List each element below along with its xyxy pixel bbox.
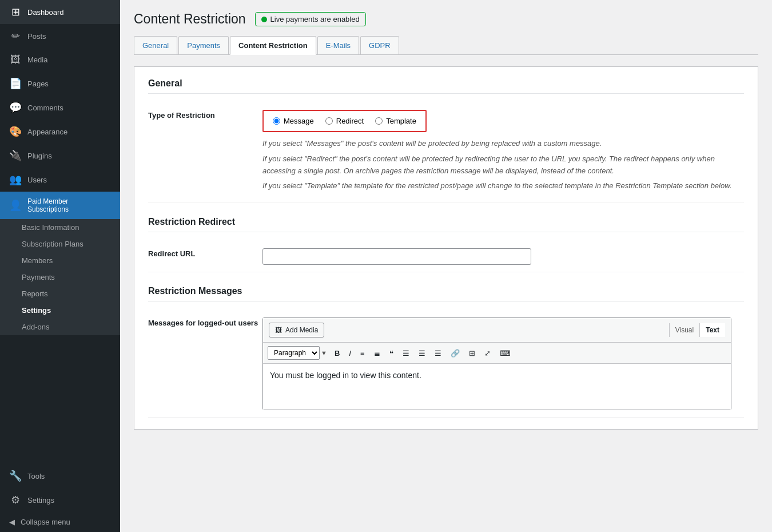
pages-icon: 📄	[9, 77, 22, 90]
restriction-messages-title: Restriction Messages	[148, 286, 744, 301]
type-of-restriction-row: Type of Restriction Message Redirect	[148, 103, 744, 203]
page-header: Content Restriction Live payments are en…	[134, 11, 758, 27]
type-restriction-control: Message Redirect Template If you select …	[262, 110, 744, 196]
sidebar-submenu: Basic Information Subscription Plans Mem…	[0, 219, 120, 335]
bullet-list-button[interactable]: ≡	[356, 347, 369, 360]
sidebar-item-members[interactable]: Members	[0, 252, 120, 269]
tab-emails[interactable]: E-Mails	[317, 36, 359, 54]
plugins-icon: 🔌	[9, 149, 22, 162]
radio-template[interactable]: Template	[375, 117, 416, 125]
link-button[interactable]: 🔗	[447, 347, 464, 360]
settings-tabs: General Payments Content Restriction E-M…	[134, 36, 758, 55]
editor-top-bar: 🖼 Add Media Visual Text	[263, 318, 731, 343]
keyboard-button[interactable]: ⌨	[496, 347, 515, 360]
table-button[interactable]: ⊞	[465, 347, 479, 360]
sidebar-item-plugins[interactable]: 🔌 Plugins	[0, 144, 120, 168]
page-title: Content Restriction	[134, 11, 246, 27]
sidebar-item-paid-member[interactable]: 👤 Paid Member Subscriptions	[0, 192, 120, 219]
tab-content-restriction[interactable]: Content Restriction	[230, 36, 316, 55]
sidebar-item-media[interactable]: 🖼 Media	[0, 48, 120, 72]
messages-logged-out-row: Messages for logged-out users 🖼 Add Medi…	[148, 311, 744, 418]
editor-view-tabs: Visual Text	[669, 323, 725, 337]
redirect-url-row: Redirect URL	[148, 241, 744, 272]
radio-message[interactable]: Message	[273, 117, 314, 125]
sidebar-item-users[interactable]: 👥 Users	[0, 168, 120, 192]
restriction-messages-section: Restriction Messages Messages for logged…	[148, 286, 744, 418]
appearance-icon: 🎨	[9, 125, 22, 138]
sidebar-item-appearance[interactable]: 🎨 Appearance	[0, 120, 120, 144]
fullscreen-button[interactable]: ⤢	[480, 347, 495, 360]
sidebar-item-tools[interactable]: 🔧 Tools	[0, 464, 120, 488]
sidebar-item-payments[interactable]: Payments	[0, 269, 120, 285]
sidebar-item-pages[interactable]: 📄 Pages	[0, 72, 120, 96]
tab-gdpr[interactable]: GDPR	[360, 36, 399, 54]
general-section-title: General	[148, 78, 744, 94]
messages-logged-out-label: Messages for logged-out users	[148, 317, 262, 327]
format-toolbar: Paragraph ▼ B I ≡ ≣ ❝ ☰ ☰ ☰ 🔗 ⊞	[263, 343, 731, 364]
dashboard-icon: ⊞	[9, 6, 22, 18]
live-dot	[261, 17, 267, 22]
redirect-url-control	[262, 248, 744, 265]
sidebar-item-dashboard[interactable]: ⊞ Dashboard	[0, 0, 120, 24]
sidebar-item-basic-info[interactable]: Basic Information	[0, 219, 120, 236]
media-icon: 🖼	[9, 54, 22, 66]
sidebar-item-addons[interactable]: Add-ons	[0, 319, 120, 335]
redirect-url-label: Redirect URL	[148, 248, 262, 258]
paragraph-select[interactable]: Paragraph	[268, 346, 320, 360]
users-icon: 👥	[9, 173, 22, 186]
add-media-icon: 🖼	[275, 326, 282, 334]
collapse-icon: ◀	[9, 518, 15, 526]
editor-container: 🖼 Add Media Visual Text	[262, 317, 731, 410]
add-media-button[interactable]: 🖼 Add Media	[269, 323, 324, 338]
radio-template-input[interactable]	[375, 117, 383, 125]
messages-editor-control: 🖼 Add Media Visual Text	[262, 317, 731, 410]
bold-button[interactable]: B	[331, 347, 344, 360]
visual-tab[interactable]: Visual	[669, 323, 699, 337]
radio-redirect-input[interactable]	[325, 117, 333, 125]
align-left-button[interactable]: ☰	[399, 347, 413, 360]
sidebar-item-posts[interactable]: ✏ Posts	[0, 24, 120, 48]
text-tab[interactable]: Text	[699, 323, 725, 337]
ordered-list-button[interactable]: ≣	[370, 347, 384, 360]
italic-button[interactable]: I	[345, 347, 355, 360]
posts-icon: ✏	[9, 30, 22, 42]
restriction-descriptions: If you select "Messages" the post's cont…	[262, 138, 744, 192]
paid-member-icon: 👤	[9, 199, 22, 212]
restriction-redirect-title: Restriction Redirect	[148, 217, 744, 232]
sidebar-item-reports[interactable]: Reports	[0, 285, 120, 302]
blockquote-button[interactable]: ❝	[385, 347, 397, 360]
live-payments-badge: Live payments are enabled	[255, 12, 366, 26]
tab-general[interactable]: General	[134, 36, 177, 54]
sidebar-item-settings[interactable]: Settings	[0, 302, 120, 319]
radio-message-input[interactable]	[273, 117, 280, 125]
tools-icon: 🔧	[9, 470, 22, 482]
editor-content-area[interactable]: You must be logged in to view this conte…	[263, 364, 731, 410]
settings-icon: ⚙	[9, 494, 22, 506]
sidebar-item-comments[interactable]: 💬 Comments	[0, 96, 120, 120]
restriction-redirect-section: Restriction Redirect Redirect URL	[148, 217, 744, 272]
general-section: General Type of Restriction Message Redi…	[148, 78, 744, 203]
align-right-button[interactable]: ☰	[431, 347, 445, 360]
redirect-url-input[interactable]	[262, 248, 531, 265]
sidebar: ⊞ Dashboard ✏ Posts 🖼 Media 📄 Pages 💬 Co…	[0, 0, 120, 532]
radio-redirect[interactable]: Redirect	[325, 117, 364, 125]
content-card: General Type of Restriction Message Redi…	[134, 66, 758, 430]
type-restriction-label: Type of Restriction	[148, 110, 262, 120]
chevron-down-icon: ▼	[321, 350, 327, 356]
comments-icon: 💬	[9, 101, 22, 114]
tab-payments[interactable]: Payments	[178, 36, 229, 54]
restriction-type-box: Message Redirect Template	[262, 110, 427, 132]
align-center-button[interactable]: ☰	[415, 347, 429, 360]
main-content: Content Restriction Live payments are en…	[120, 0, 772, 532]
sidebar-item-global-settings[interactable]: ⚙ Settings	[0, 488, 120, 512]
collapse-menu[interactable]: ◀ Collapse menu	[0, 512, 120, 532]
sidebar-item-subscription-plans[interactable]: Subscription Plans	[0, 236, 120, 252]
